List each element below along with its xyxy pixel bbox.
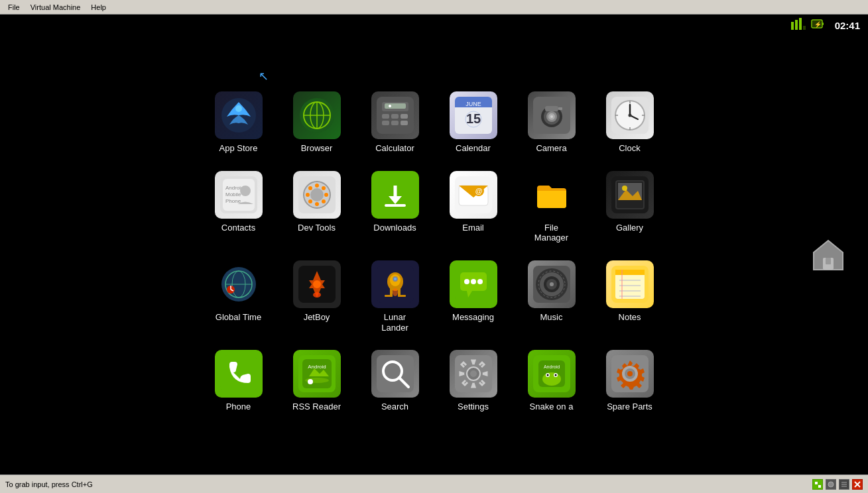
home-button[interactable] <box>808 235 848 275</box>
svg-rect-17 <box>382 114 389 119</box>
phone-label: Phone <box>226 402 251 412</box>
svg-point-9 <box>235 105 242 112</box>
svg-point-37 <box>550 115 553 118</box>
app-lunar-lander[interactable]: Lunar Lander <box>356 255 434 338</box>
app-file-manager[interactable]: File Manager <box>513 166 591 248</box>
app-search[interactable]: Search <box>356 345 434 417</box>
app-row-2: Android Mobile Phone Contacts <box>200 166 669 248</box>
svg-rect-18 <box>391 114 399 119</box>
email-label: Email <box>462 223 484 233</box>
app-jetboy[interactable]: JetBoy <box>278 255 356 338</box>
app-notes[interactable]: Notes <box>591 255 669 338</box>
rss-reader-icon: Android <box>293 350 341 398</box>
notes-label: Notes <box>619 312 641 323</box>
app-row-4: Phone Android RSS Reader <box>200 345 669 417</box>
app-music[interactable]: Music <box>513 255 591 338</box>
svg-text:JUNE: JUNE <box>465 101 481 107</box>
clock-icon <box>606 91 654 139</box>
phone-icon <box>215 350 263 398</box>
app-camera[interactable]: Camera <box>513 86 591 159</box>
email-icon: @ <box>450 171 497 219</box>
calendar-icon: 15 JUNE <box>450 91 497 139</box>
jetboy-icon <box>293 260 341 308</box>
svg-point-107 <box>464 279 469 284</box>
app-browser[interactable]: Browser <box>278 86 356 159</box>
app-store-icon <box>215 91 263 139</box>
contacts-label: Contacts <box>221 223 255 233</box>
input-hint: To grab input, press Ctrl+G <box>5 480 93 488</box>
app-rss-reader[interactable]: Android RSS Reader <box>278 345 356 417</box>
app-settings[interactable]: Settings <box>434 345 513 417</box>
svg-point-141 <box>542 372 561 386</box>
app-clock[interactable]: Clock <box>591 86 669 159</box>
bottom-bar: To grab input, press Ctrl+G <box>0 474 868 493</box>
svg-text:Mobile: Mobile <box>225 192 241 197</box>
camera-label: Camera <box>536 143 566 154</box>
rss-reader-label: RSS Reader <box>292 402 341 412</box>
lunar-lander-label: Lunar Lander <box>381 312 408 333</box>
app-calendar[interactable]: 15 JUNE Calendar <box>434 86 513 159</box>
spare-parts-icon <box>606 350 654 398</box>
status-bar: ⚡ 02:41 <box>0 15 868 36</box>
app-phone[interactable]: Phone <box>200 345 278 417</box>
calculator-icon <box>371 91 419 139</box>
svg-text:Android: Android <box>308 364 326 370</box>
svg-rect-22 <box>401 121 408 125</box>
svg-text:@: @ <box>475 187 482 195</box>
app-snake[interactable]: Android Snake on a <box>513 345 591 417</box>
svg-rect-3 <box>803 26 806 30</box>
svg-point-64 <box>322 186 326 190</box>
file-manager-icon <box>528 171 576 219</box>
svg-point-61 <box>324 193 328 197</box>
app-contacts[interactable]: Android Mobile Phone Contacts <box>200 166 278 248</box>
svg-rect-23 <box>385 103 406 109</box>
dev-tools-label: Dev Tools <box>298 223 336 233</box>
clock-label: Clock <box>619 143 641 154</box>
svg-point-65 <box>308 199 312 203</box>
gallery-icon <box>606 171 654 219</box>
app-gallery[interactable]: Gallery <box>591 166 669 248</box>
app-downloads[interactable]: Downloads <box>356 166 434 248</box>
app-dev-tools[interactable]: Dev Tools <box>278 166 356 248</box>
downloads-icon <box>371 171 419 219</box>
taskbar-icon-3[interactable] <box>839 479 849 490</box>
menubar: File Virtual Machine Help <box>0 0 868 15</box>
cursor: ↖ <box>259 69 269 83</box>
svg-rect-2 <box>799 18 802 30</box>
settings-label: Settings <box>458 402 489 412</box>
search-icon <box>371 350 419 398</box>
menu-help[interactable]: Help <box>86 2 111 13</box>
svg-point-54 <box>240 186 251 196</box>
taskbar-icon-2[interactable] <box>826 479 836 490</box>
menu-virtual-machine[interactable]: Virtual Machine <box>25 2 86 13</box>
svg-point-44 <box>628 114 631 117</box>
messaging-icon <box>450 260 497 308</box>
app-global-time[interactable]: Global Time <box>200 255 278 338</box>
app-app-store[interactable]: App Store <box>200 86 278 159</box>
svg-rect-100 <box>398 295 406 297</box>
svg-point-137 <box>470 370 477 377</box>
lunar-lander-icon <box>371 260 419 308</box>
svg-point-144 <box>546 374 548 376</box>
taskbar-icon-close[interactable] <box>852 479 863 490</box>
svg-point-58 <box>315 184 319 188</box>
dev-tools-icon <box>293 171 341 219</box>
svg-point-103 <box>394 278 397 280</box>
app-spare-parts[interactable]: Spare Parts <box>591 345 669 417</box>
svg-rect-99 <box>385 295 393 297</box>
app-calculator[interactable]: Calculator <box>356 86 434 159</box>
contacts-icon: Android Mobile Phone <box>215 171 263 219</box>
app-email[interactable]: @ Email <box>434 166 513 248</box>
app-store-label: App Store <box>219 143 258 154</box>
jetboy-label: JetBoy <box>304 312 330 323</box>
notes-icon <box>606 260 654 308</box>
menu-file[interactable]: File <box>3 2 25 13</box>
svg-rect-126 <box>220 355 257 392</box>
battery-icon: ⚡ <box>811 18 824 32</box>
svg-point-93 <box>313 280 321 288</box>
svg-rect-97 <box>390 287 393 296</box>
taskbar-icon-1[interactable] <box>812 479 823 490</box>
app-messaging[interactable]: Messaging <box>434 255 513 338</box>
svg-rect-151 <box>818 485 821 488</box>
svg-rect-120 <box>615 270 645 275</box>
